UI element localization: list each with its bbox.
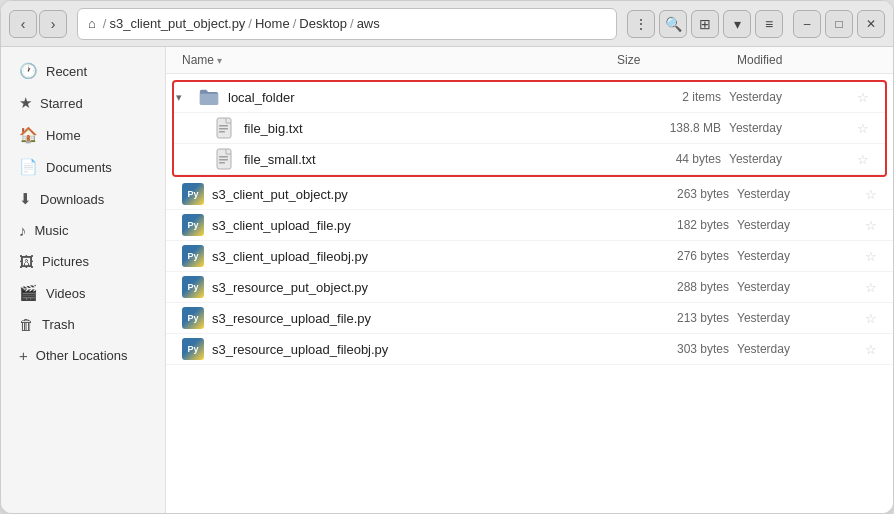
py-file-3-modified: Yesterday bbox=[737, 280, 857, 294]
expand-arrow-icon[interactable]: ▾ bbox=[176, 91, 190, 104]
close-button[interactable]: ✕ bbox=[857, 10, 885, 38]
home-icon: ⌂ bbox=[88, 16, 96, 31]
sidebar-item-music[interactable]: ♪ Music bbox=[5, 216, 161, 245]
py-file-5-star-button[interactable]: ☆ bbox=[857, 342, 885, 357]
downloads-icon: ⬇ bbox=[19, 190, 32, 208]
titlebar: ‹ › ⌂ / s3_client_put_object.py / Home /… bbox=[1, 1, 893, 47]
svg-rect-2 bbox=[219, 128, 228, 130]
py-file-2-size: 276 bytes bbox=[617, 249, 737, 263]
path-part-desktop[interactable]: s3_client_put_object.py bbox=[109, 16, 245, 31]
starred-icon: ★ bbox=[19, 94, 32, 112]
back-button[interactable]: ‹ bbox=[9, 10, 37, 38]
table-row[interactable]: Py s3_resource_put_object.py 288 bytes Y… bbox=[166, 272, 893, 303]
python-icon-5: Py bbox=[182, 338, 204, 360]
py-file-2-star-button[interactable]: ☆ bbox=[857, 249, 885, 264]
path-sep-3: / bbox=[293, 16, 297, 31]
path-part-desktop2[interactable]: Desktop bbox=[299, 16, 347, 31]
py-file-0-size: 263 bytes bbox=[617, 187, 737, 201]
file-list: ▾ local_folder 2 items Yest bbox=[166, 74, 893, 513]
table-row[interactable]: file_small.txt 44 bytes Yesterday ☆ bbox=[174, 144, 885, 175]
sidebar-item-trash[interactable]: 🗑 Trash bbox=[5, 310, 161, 339]
svg-rect-3 bbox=[219, 131, 225, 133]
grid-view-button[interactable]: ⊞ bbox=[691, 10, 719, 38]
view-down-button[interactable]: ▾ bbox=[723, 10, 751, 38]
col-header-size[interactable]: Size bbox=[617, 53, 737, 67]
sidebar-item-documents[interactable]: 📄 Documents bbox=[5, 152, 161, 182]
table-row[interactable]: Py s3_resource_upload_fileobj.py 303 byt… bbox=[166, 334, 893, 365]
folder-modified: Yesterday bbox=[729, 90, 849, 104]
selected-group-outline: ▾ local_folder 2 items Yest bbox=[172, 80, 887, 177]
sidebar-item-starred-label: Starred bbox=[40, 96, 83, 111]
sidebar-item-pictures[interactable]: 🖼 Pictures bbox=[5, 247, 161, 276]
txt-file-icon bbox=[214, 117, 236, 139]
py-file-0-name-cell: Py s3_client_put_object.py bbox=[182, 183, 617, 205]
python-icon-2: Py bbox=[182, 245, 204, 267]
list-view-button[interactable]: ≡ bbox=[755, 10, 783, 38]
svg-rect-5 bbox=[219, 156, 228, 158]
py-file-5-modified: Yesterday bbox=[737, 342, 857, 356]
forward-button[interactable]: › bbox=[39, 10, 67, 38]
py-file-2-name-cell: Py s3_client_upload_fileobj.py bbox=[182, 245, 617, 267]
py-file-2-name: s3_client_upload_fileobj.py bbox=[212, 249, 368, 264]
py-file-5-name-cell: Py s3_resource_upload_fileobj.py bbox=[182, 338, 617, 360]
path-part-aws[interactable]: aws bbox=[357, 16, 380, 31]
maximize-button[interactable]: □ bbox=[825, 10, 853, 38]
menu-button[interactable]: ⋮ bbox=[627, 10, 655, 38]
sidebar-item-home[interactable]: 🏠 Home bbox=[5, 120, 161, 150]
col-name-label: Name bbox=[182, 53, 214, 67]
file-small-size: 44 bytes bbox=[609, 152, 729, 166]
table-row[interactable]: file_big.txt 138.8 MB Yesterday ☆ bbox=[174, 113, 885, 144]
nav-buttons: ‹ › bbox=[9, 10, 67, 38]
minimize-button[interactable]: – bbox=[793, 10, 821, 38]
other-files-group: Py s3_client_put_object.py 263 bytes Yes… bbox=[166, 179, 893, 365]
file-big-modified: Yesterday bbox=[729, 121, 849, 135]
py-file-1-name: s3_client_upload_file.py bbox=[212, 218, 351, 233]
col-header-name[interactable]: Name ▾ bbox=[182, 53, 617, 67]
sidebar-item-recent-label: Recent bbox=[46, 64, 87, 79]
wm-buttons: – □ ✕ bbox=[793, 10, 885, 38]
py-file-4-size: 213 bytes bbox=[617, 311, 737, 325]
sidebar-item-downloads[interactable]: ⬇ Downloads bbox=[5, 184, 161, 214]
path-sep-2: / bbox=[248, 16, 252, 31]
main-area: 🕐 Recent ★ Starred 🏠 Home 📄 Documents ⬇ … bbox=[1, 47, 893, 513]
python-icon-4: Py bbox=[182, 307, 204, 329]
pictures-icon: 🖼 bbox=[19, 253, 34, 270]
py-file-3-name-cell: Py s3_resource_put_object.py bbox=[182, 276, 617, 298]
py-file-0-star-button[interactable]: ☆ bbox=[857, 187, 885, 202]
table-row[interactable]: Py s3_resource_upload_file.py 213 bytes … bbox=[166, 303, 893, 334]
folder-name-cell: ▾ local_folder bbox=[190, 86, 609, 108]
sidebar-item-other[interactable]: + Other Locations bbox=[5, 341, 161, 370]
folder-icon bbox=[198, 86, 220, 108]
col-header-modified[interactable]: Modified bbox=[737, 53, 857, 67]
py-file-1-modified: Yesterday bbox=[737, 218, 857, 232]
py-file-1-name-cell: Py s3_client_upload_file.py bbox=[182, 214, 617, 236]
file-list-inner: ▾ local_folder 2 items Yest bbox=[166, 74, 893, 369]
sidebar-item-pictures-label: Pictures bbox=[42, 254, 89, 269]
file-small-modified: Yesterday bbox=[729, 152, 849, 166]
table-row[interactable]: Py s3_client_upload_file.py 182 bytes Ye… bbox=[166, 210, 893, 241]
table-row[interactable]: Py s3_client_upload_fileobj.py 276 bytes… bbox=[166, 241, 893, 272]
sidebar-item-starred[interactable]: ★ Starred bbox=[5, 88, 161, 118]
table-row[interactable]: Py s3_client_put_object.py 263 bytes Yes… bbox=[166, 179, 893, 210]
py-file-4-modified: Yesterday bbox=[737, 311, 857, 325]
py-file-4-star-button[interactable]: ☆ bbox=[857, 311, 885, 326]
sidebar-item-recent[interactable]: 🕐 Recent bbox=[5, 56, 161, 86]
search-button[interactable]: 🔍 bbox=[659, 10, 687, 38]
py-file-1-star-button[interactable]: ☆ bbox=[857, 218, 885, 233]
path-bar[interactable]: ⌂ / s3_client_put_object.py / Home / Des… bbox=[77, 8, 617, 40]
sidebar-item-other-label: Other Locations bbox=[36, 348, 128, 363]
file-big-star-button[interactable]: ☆ bbox=[849, 121, 877, 136]
py-file-5-name: s3_resource_upload_fileobj.py bbox=[212, 342, 388, 357]
py-file-5-size: 303 bytes bbox=[617, 342, 737, 356]
file-small-name-cell: file_small.txt bbox=[190, 148, 609, 170]
path-part-home[interactable]: Home bbox=[255, 16, 290, 31]
file-small-star-button[interactable]: ☆ bbox=[849, 152, 877, 167]
sidebar-item-videos[interactable]: 🎬 Videos bbox=[5, 278, 161, 308]
recent-icon: 🕐 bbox=[19, 62, 38, 80]
svg-rect-6 bbox=[219, 159, 228, 161]
titlebar-actions: ⋮ 🔍 bbox=[627, 10, 687, 38]
table-row[interactable]: ▾ local_folder 2 items Yest bbox=[174, 82, 885, 113]
documents-icon: 📄 bbox=[19, 158, 38, 176]
py-file-3-star-button[interactable]: ☆ bbox=[857, 280, 885, 295]
folder-star-button[interactable]: ☆ bbox=[849, 90, 877, 105]
